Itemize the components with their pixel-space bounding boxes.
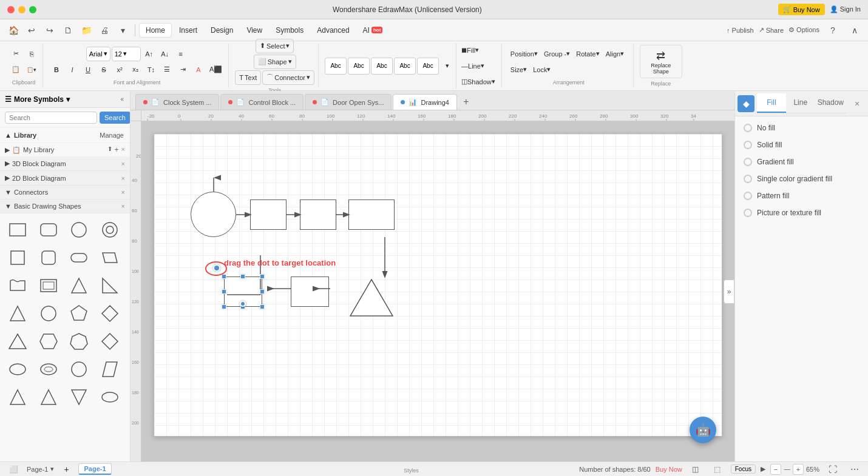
- basic-shapes-header[interactable]: ▼ Basic Drawing Shapes ×: [0, 199, 130, 213]
- shape-triang3[interactable]: [36, 384, 61, 410]
- line-button[interactable]: — Line ▾: [459, 59, 487, 73]
- search-button[interactable]: Search: [100, 112, 131, 124]
- canvas-wrapper[interactable]: drag the dot to target location 🤖 »: [141, 121, 734, 461]
- chatbot-button[interactable]: 🤖: [690, 417, 716, 443]
- fill-panel-icon[interactable]: ◆: [737, 95, 754, 112]
- highlight-button[interactable]: A⬛: [207, 62, 225, 77]
- tab-drawing4[interactable]: 📊 Drawing4: [393, 94, 456, 110]
- settings-icon[interactable]: ⋯: [846, 461, 863, 477]
- shape-triang4[interactable]: [66, 384, 92, 410]
- shape-rect2[interactable]: [300, 199, 336, 230]
- italic-button[interactable]: I: [65, 62, 80, 77]
- page-1-tab[interactable]: Page-1: [78, 463, 111, 475]
- tab-insert[interactable]: Insert: [173, 24, 203, 37]
- shape-rounded-tri[interactable]: [36, 301, 61, 326]
- tab-home[interactable]: Home: [139, 23, 172, 38]
- shape-ring[interactable]: [97, 217, 123, 243]
- position-button[interactable]: Position ▾: [508, 47, 540, 61]
- handle-ml[interactable]: [222, 289, 226, 294]
- shape-circle-diagram[interactable]: [191, 192, 236, 237]
- paste-special-button[interactable]: 📋▾: [24, 62, 39, 77]
- subscript-button[interactable]: x₂: [128, 62, 143, 77]
- shape-diamond[interactable]: [97, 301, 123, 326]
- tab-control-block[interactable]: 📄 Control Block ...: [220, 94, 303, 110]
- help-icon[interactable]: ?: [824, 22, 841, 39]
- tab-clock-system[interactable]: 📄 Clock System ...: [135, 94, 219, 110]
- shape-rectangle[interactable]: [5, 217, 30, 243]
- expand-right-panel-button[interactable]: »: [724, 280, 734, 304]
- shape-rect1[interactable]: [250, 199, 287, 230]
- play-button[interactable]: ▶: [761, 465, 765, 473]
- shape-circle2[interactable]: [66, 357, 92, 382]
- zoom-slider[interactable]: ⸻: [784, 466, 790, 473]
- more-icon[interactable]: ▾: [114, 22, 131, 39]
- 2d-block-diagram-header[interactable]: ▶ 2D Block Diagram ×: [0, 171, 130, 186]
- fullscreen-icon[interactable]: ⛶: [824, 461, 841, 477]
- fill-option-solid[interactable]: Solid fill: [740, 138, 863, 152]
- manage-button[interactable]: Manage: [98, 130, 125, 140]
- font-size-dropdown[interactable]: 12 ▾: [112, 47, 141, 61]
- 2d-close-button[interactable]: ×: [121, 175, 125, 182]
- shape-heptagon[interactable]: [66, 329, 92, 354]
- sign-in-button[interactable]: 👤 Sign In: [830, 5, 861, 13]
- connectors-header[interactable]: ▼ Connectors ×: [0, 186, 130, 199]
- shape-hexagon[interactable]: [36, 329, 61, 354]
- sidebar-collapse-button[interactable]: «: [119, 95, 125, 104]
- group-button[interactable]: Group - ▾: [541, 47, 572, 61]
- superscript-button[interactable]: x²: [112, 62, 127, 77]
- style-swatch-5[interactable]: Abc: [417, 58, 439, 75]
- 3d-block-diagram-header[interactable]: ▶ 3D Block Diagram ×: [0, 156, 130, 171]
- search-input[interactable]: [5, 112, 97, 124]
- layer-icon[interactable]: ⬜: [5, 461, 22, 477]
- underline-button[interactable]: U: [81, 62, 95, 77]
- align-button[interactable]: ≡: [174, 47, 188, 61]
- shadow-button[interactable]: ◫ Shadow ▾: [459, 75, 498, 89]
- basic-close-button[interactable]: ×: [121, 203, 125, 210]
- my-library-add-icon[interactable]: +: [115, 146, 119, 154]
- shape-square[interactable]: [5, 245, 30, 270]
- shape-ellipse[interactable]: [5, 357, 30, 382]
- shape-bot-rect1[interactable]: [291, 277, 329, 307]
- handle-tc[interactable]: [240, 274, 245, 279]
- my-library-import-icon[interactable]: ⬆: [107, 146, 112, 154]
- tab-advanced[interactable]: Advanced: [311, 24, 355, 37]
- open-icon[interactable]: 📁: [78, 22, 95, 39]
- shape-triangle[interactable]: [66, 273, 92, 298]
- shape-parallelogram2[interactable]: [97, 357, 123, 382]
- text-direction-button[interactable]: T↕: [144, 62, 158, 77]
- styles-more-button[interactable]: ▾: [440, 59, 455, 73]
- zoom-in-button[interactable]: +: [793, 464, 804, 475]
- fill-button[interactable]: ◼ Fill ▾: [459, 43, 481, 58]
- shape-rhombus[interactable]: [97, 329, 123, 354]
- share-button[interactable]: ↗ Share: [759, 26, 784, 34]
- tab-door-open[interactable]: 📄 Door Open Sys...: [305, 94, 392, 110]
- paste-button[interactable]: 📋: [8, 62, 23, 77]
- handle-tr[interactable]: [260, 274, 265, 279]
- undo-icon[interactable]: ↩: [23, 22, 40, 39]
- indent-button[interactable]: ⇥: [175, 62, 190, 77]
- fill-option-pattern[interactable]: Pattern fill: [740, 189, 863, 203]
- bold-button[interactable]: B: [49, 62, 64, 77]
- style-swatch-2[interactable]: Abc: [348, 58, 370, 75]
- text-tool-button[interactable]: T Text: [235, 70, 261, 85]
- shape-ring2[interactable]: [36, 357, 61, 382]
- shape-inner-rect[interactable]: [36, 273, 61, 298]
- font-size-increase-button[interactable]: A↑: [142, 47, 157, 61]
- fill-option-gradient[interactable]: Gradient fill: [740, 155, 863, 169]
- shape-circle[interactable]: [66, 217, 92, 243]
- fill-option-texture[interactable]: Picture or texture fill: [740, 206, 863, 220]
- font-color-button[interactable]: A: [191, 62, 206, 77]
- style-swatch-1[interactable]: Abc: [325, 58, 347, 75]
- publish-button[interactable]: ↑ Publish: [727, 27, 754, 34]
- style-swatch-4[interactable]: Abc: [394, 58, 416, 75]
- shape-rect3[interactable]: [348, 199, 395, 230]
- font-name-dropdown[interactable]: Arial ▾: [86, 47, 110, 61]
- minimize-button[interactable]: [18, 6, 25, 13]
- home-icon[interactable]: 🏠: [5, 22, 22, 39]
- font-size-decrease-button[interactable]: A↓: [158, 47, 172, 61]
- shape-triang2[interactable]: [5, 384, 30, 410]
- shape-parallelogram[interactable]: [97, 245, 123, 270]
- list-button[interactable]: ☰: [160, 62, 174, 77]
- options-button[interactable]: ⚙ Options: [788, 26, 819, 34]
- shape-pentagon[interactable]: [66, 301, 92, 326]
